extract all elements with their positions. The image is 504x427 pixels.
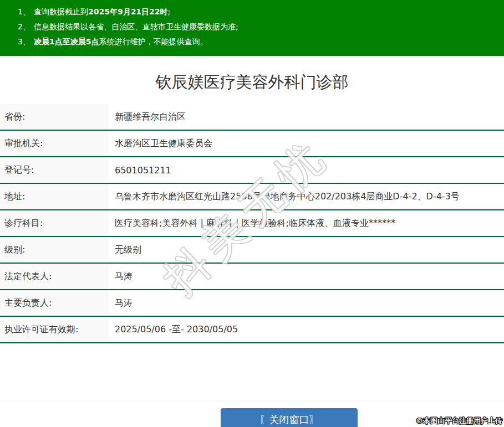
institution-detail-table: 省份: 新疆维吾尔自治区 审批机关: 水磨沟区卫生健康委员会 登记号: 6501… <box>0 104 504 343</box>
row-value: 医疗美容科;美容外科 | 麻醉科 | 医学检验科;临床体液、血液专业****** <box>108 210 395 236</box>
row-label: 执业许可证有效期: <box>0 317 108 342</box>
bottom-divider <box>0 400 504 400</box>
notice-text: 系统进行维护，不能提供查询。 <box>99 37 207 46</box>
row-value: 6501051211 <box>108 157 171 183</box>
table-row-medical-departments: 诊疗科目: 医疗美容科;美容外科 | 麻醉科 | 医学检验科;临床体液、血液专业… <box>0 210 504 237</box>
notice-number: 2、 <box>18 22 30 31</box>
row-label: 主要负责人: <box>0 290 108 316</box>
notice-line-3: 3、凌晨1点至凌晨5点系统进行维护，不能提供查询。 <box>18 34 493 49</box>
row-label: 省份: <box>0 104 108 130</box>
row-label: 诊疗科目: <box>0 210 108 236</box>
row-value: 水磨沟区卫生健康委员会 <box>108 131 212 156</box>
table-row-person-in-charge: 主要负责人: 马涛 <box>0 290 504 317</box>
row-value: 新疆维吾尔自治区 <box>108 104 186 130</box>
table-row-legal-representative: 法定代表人: 马涛 <box>0 264 504 290</box>
row-value: 马涛 <box>108 264 133 289</box>
notice-text: ; <box>168 7 171 16</box>
row-value: 乌鲁木齐市水磨沟区红光山路2588号绿地商务中心202/203栋4层商业D-4-… <box>108 184 460 209</box>
table-row-province: 省份: 新疆维吾尔自治区 <box>0 104 504 131</box>
table-row-level: 级别: 无级别 <box>0 237 504 264</box>
table-row-registration-number: 登记号: 6501051211 <box>0 157 504 184</box>
table-row-license-validity: 执业许可证有效期: 2025/05/06 -至- 2030/05/05 <box>0 317 504 343</box>
row-label: 级别: <box>0 237 108 263</box>
row-label: 审批机关: <box>0 131 108 156</box>
notice-number: 1、 <box>18 7 30 16</box>
row-label: 地址: <box>0 184 108 209</box>
row-label: 登记号: <box>0 157 108 183</box>
close-window-button[interactable]: 〖关闭窗口〗 <box>221 408 358 427</box>
notice-number: 3、 <box>18 37 30 46</box>
notice-text: 查询数据截止到 <box>34 7 88 16</box>
notice-line-2: 2、信息数据结果以各省、自治区、直辖市卫生健康委数据为准; <box>18 19 493 34</box>
query-result-page: 1、查询数据截止到2025年9月21日22时; 2、信息数据结果以各省、自治区、… <box>0 0 504 427</box>
row-value: 无级别 <box>108 237 141 263</box>
notice-text: 信息数据结果以各省、自治区、直辖市卫生健康委数据为准; <box>34 22 238 31</box>
notice-bold-text: 2025年9月21日22时 <box>88 7 168 16</box>
table-row-address: 地址: 乌鲁木齐市水磨沟区红光山路2588号绿地商务中心202/203栋4层商业… <box>0 184 504 210</box>
notice-banner: 1、查询数据截止到2025年9月21日22时; 2、信息数据结果以各省、自治区、… <box>0 0 504 56</box>
notice-bold-text: 凌晨1点至凌晨5点 <box>34 37 99 46</box>
row-value: 2025/05/06 -至- 2030/05/05 <box>108 317 238 342</box>
row-label: 法定代表人: <box>0 264 108 289</box>
notice-line-1: 1、查询数据截止到2025年9月21日22时; <box>18 4 493 19</box>
row-value: 马涛 <box>108 290 133 316</box>
page-title: 钦辰媄医疗美容外科门诊部 <box>0 70 504 94</box>
corner-watermark: ©本图由平台注册用户上传 <box>416 416 502 426</box>
table-row-approval-authority: 审批机关: 水磨沟区卫生健康委员会 <box>0 131 504 157</box>
